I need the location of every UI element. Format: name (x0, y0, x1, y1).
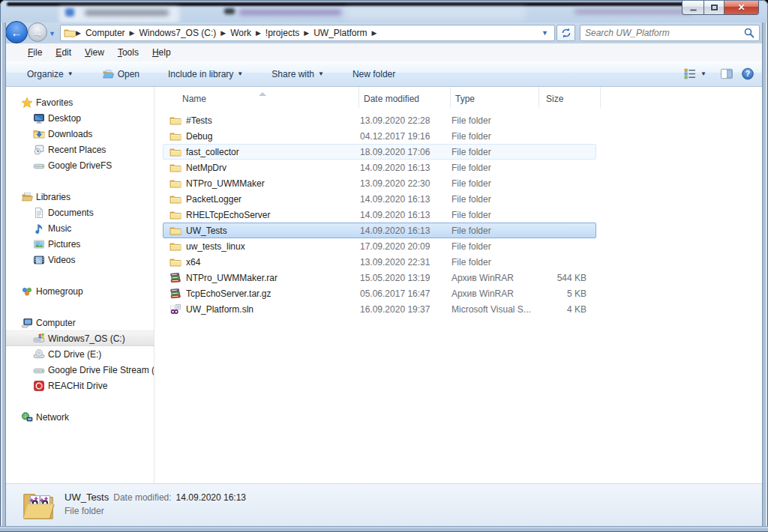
recent-places-icon (33, 144, 45, 156)
column-header-date-modified[interactable]: Date modified (359, 87, 451, 108)
details-date-value: 14.09.2020 16:13 (176, 492, 246, 503)
preview-pane-button[interactable] (720, 67, 734, 80)
sidebar-item-google-drivefs[interactable]: Google DriveFS (6, 157, 154, 173)
sidebar-group-computer[interactable]: Computer (6, 315, 154, 330)
cd-drive-icon (33, 348, 45, 360)
explorer-window: ✕ ← → ▼ ▶ Computer ▶ Windows7_OS (C:) ▶ … (0, 0, 768, 532)
refresh-button[interactable] (556, 25, 575, 41)
file-row-tests[interactable]: #Tests13.09.2020 22:28File folder (163, 112, 596, 128)
sidebar-item-downloads[interactable]: Downloads (6, 126, 154, 142)
menu-view[interactable]: View (78, 46, 111, 59)
file-date: 13.09.2020 22:28 (356, 115, 447, 126)
address-bar[interactable]: ▶ Computer ▶ Windows7_OS (C:) ▶ Work ▶ !… (60, 25, 555, 41)
forward-button[interactable]: → (28, 22, 47, 42)
sidebar-item-reachit-drive[interactable]: REACHit Drive (6, 378, 154, 393)
file-date: 05.06.2017 16:47 (356, 288, 447, 299)
column-header-name[interactable]: Name (163, 87, 359, 108)
folder-icon (170, 225, 182, 237)
breadcrumb-drive[interactable]: Windows7_OS (C:) (135, 28, 221, 38)
file-row-ntpro-uwmmaker-rar[interactable]: NTPro_UWMMaker.rar15.05.2020 13:19Архив … (163, 270, 596, 285)
sidebar-group-network[interactable]: Network (6, 409, 154, 425)
file-date: 13.09.2020 22:30 (356, 178, 447, 189)
file-type: Архив WinRAR (447, 273, 536, 283)
new-folder-button[interactable]: New folder (346, 66, 401, 82)
menu-file[interactable]: File (21, 46, 49, 59)
file-date: 14.09.2020 16:13 (356, 163, 447, 173)
minimize-icon (690, 9, 697, 11)
homegroup-icon (21, 285, 33, 297)
file-row-x64[interactable]: x6413.09.2020 22:31File folder (163, 254, 596, 270)
search-icon[interactable] (743, 27, 755, 39)
file-type: Архив WinRAR (447, 288, 536, 299)
sidebar-item-desktop[interactable]: Desktop (6, 110, 154, 126)
sidebar-item-pictures[interactable]: Pictures (6, 236, 154, 252)
file-row-packetlogger[interactable]: PacketLogger14.09.2020 16:13File folder (163, 191, 596, 207)
menu-edit[interactable]: Edit (49, 46, 78, 59)
file-row-rheltcpechoserver[interactable]: RHELTcpEchoServer14.09.2020 16:13File fo… (163, 207, 596, 223)
breadcrumb-uw-platform[interactable]: UW_Platform (309, 28, 371, 38)
share-with-button[interactable]: Share with▼ (266, 66, 330, 82)
sidebar-group-libraries[interactable]: Libraries (6, 189, 154, 205)
file-row-tcpechoserver-tar-gz[interactable]: TcpEchoServer.tar.gz05.06.2017 16:47Архи… (163, 285, 596, 301)
open-button[interactable]: Open (96, 65, 146, 83)
address-dropdown-icon[interactable]: ▼ (536, 29, 554, 37)
breadcrumb-projects[interactable]: !projects (261, 28, 304, 38)
column-headers: Name Date modified Type Size (163, 87, 601, 108)
menu-tools[interactable]: Tools (111, 46, 146, 59)
breadcrumb-computer[interactable]: Computer (81, 28, 130, 38)
sort-ascending-icon (259, 88, 266, 98)
file-date: 14.09.2020 16:13 (356, 210, 447, 220)
file-type: File folder (447, 163, 536, 173)
file-row-fast-collector[interactable]: fast_collector18.09.2020 17:06File folde… (163, 144, 596, 160)
background-blur-text (85, 10, 169, 16)
sidebar-item-label: Music (48, 223, 71, 234)
file-type: File folder (447, 241, 536, 252)
sidebar-group-label: Homegroup (36, 286, 83, 297)
sidebar-item-label: REACHit Drive (48, 381, 107, 391)
open-folder-docs-icon (21, 489, 56, 523)
drive-icon (33, 364, 45, 376)
file-row-ntpro-uwmmaker[interactable]: NTPro_UWMMaker13.09.2020 22:30File folde… (163, 175, 596, 191)
search-input[interactable] (580, 28, 743, 38)
file-name: UW_Platform.sln (182, 304, 356, 315)
sidebar-group-favorites[interactable]: Favorites (6, 94, 154, 110)
sidebar-item-windows7-os-c[interactable]: Windows7_OS (C:) (6, 330, 154, 346)
minimize-button[interactable] (682, 1, 704, 15)
file-row-uw-tests[interactable]: UW_Tests14.09.2020 16:13File folder (163, 223, 596, 238)
file-name: NetMpDrv (182, 163, 356, 173)
sidebar-item-google-drive-file-stream-g[interactable]: Google Drive File Stream (G: (6, 362, 154, 378)
recent-pages-chevron-icon[interactable]: ▼ (49, 30, 56, 37)
sidebar-item-recent-places[interactable]: Recent Places (6, 142, 154, 157)
breadcrumb-work[interactable]: Work (226, 28, 256, 38)
sidebar-item-videos[interactable]: Videos (6, 252, 154, 267)
folder-icon (170, 256, 182, 268)
file-type: Microsoft Visual S... (447, 304, 536, 315)
change-view-button[interactable]: ▼ (677, 64, 712, 83)
close-button[interactable]: ✕ (724, 1, 759, 15)
maximize-button[interactable] (704, 1, 724, 15)
refresh-icon (560, 27, 572, 39)
column-header-type[interactable]: Type (451, 87, 539, 108)
file-row-debug[interactable]: Debug04.12.2017 19:16File folder (163, 128, 596, 144)
file-row-uw-platform-sln[interactable]: UW_Platform.sln16.09.2020 19:37Microsoft… (163, 301, 596, 317)
sidebar-item-label: Desktop (48, 113, 81, 124)
column-header-size[interactable]: Size (539, 87, 601, 108)
help-button[interactable]: ? (741, 67, 754, 80)
breadcrumb-arrow-icon: ▶ (130, 29, 135, 37)
sidebar-item-music[interactable]: Music (6, 220, 154, 236)
menu-help[interactable]: Help (146, 46, 178, 59)
file-row-netmpdrv[interactable]: NetMpDrv14.09.2020 16:13File folder (163, 160, 596, 175)
organize-button[interactable]: Organize▼ (21, 66, 80, 82)
title-bar[interactable] (0, 0, 768, 22)
file-date: 13.09.2020 22:31 (356, 257, 447, 267)
back-button[interactable]: ← (5, 21, 28, 43)
folder-icon (170, 209, 182, 221)
file-size: 4 KB (536, 304, 586, 315)
sidebar-item-documents[interactable]: Documents (6, 205, 154, 220)
folder-icon (170, 146, 182, 158)
file-row-uw-tests-linux[interactable]: uw_tests_linux17.09.2020 20:09File folde… (163, 238, 596, 254)
include-in-library-button[interactable]: Include in library▼ (162, 66, 249, 82)
sidebar-group-homegroup[interactable]: Homegroup (6, 283, 154, 299)
sidebar-item-cd-drive-e[interactable]: CD Drive (E:) (6, 346, 154, 362)
breadcrumb-arrow-icon: ▶ (256, 29, 261, 37)
